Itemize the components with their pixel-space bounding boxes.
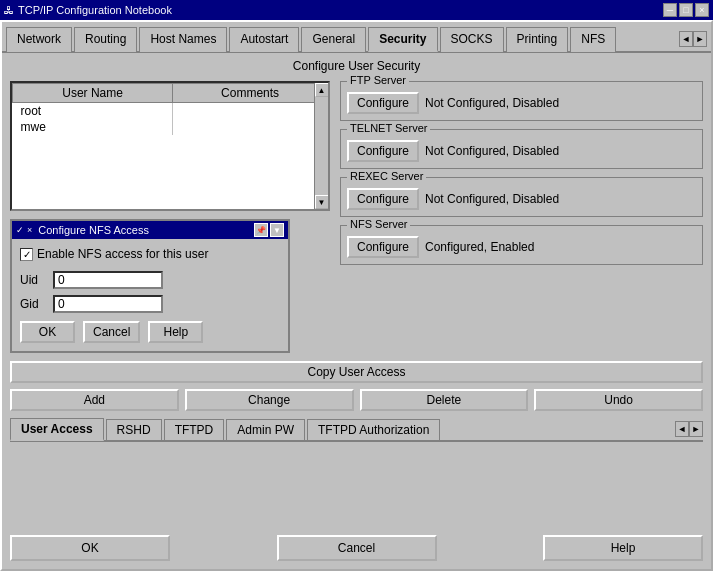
tab-tftpdauth[interactable]: TFTPD Authorization (307, 419, 440, 440)
tab-useraccess[interactable]: User Access (10, 418, 104, 441)
rexec-server-group: REXEC Server Configure Not Configured, D… (340, 177, 703, 217)
table-row[interactable]: root (13, 103, 328, 120)
uid-input[interactable] (53, 271, 163, 289)
tab-bar: Network Routing Host Names Autostart Gen… (2, 22, 711, 53)
nfs-ok-button[interactable]: OK (20, 321, 75, 343)
main-window: Network Routing Host Names Autostart Gen… (0, 20, 713, 571)
left-panel: User Name Comments root mwe (10, 81, 330, 353)
telnet-server-content: Configure Not Configured, Disabled (347, 140, 696, 162)
tab-scroll-left[interactable]: ◄ (679, 31, 693, 47)
enable-nfs-row: ✓ Enable NFS access for this user (20, 247, 280, 261)
nfs-dialog-icon: ✓ (16, 225, 24, 235)
telnet-server-title: TELNET Server (347, 122, 430, 134)
tab-socks[interactable]: SOCKS (440, 27, 504, 52)
tab-rshd[interactable]: RSHD (106, 419, 162, 440)
scroll-down-btn[interactable]: ▼ (315, 195, 329, 209)
section-title: Configure User Security (10, 59, 703, 73)
bottom-scroll-right[interactable]: ► (689, 421, 703, 437)
user-table: User Name Comments root mwe (12, 83, 328, 135)
tab-adminpw[interactable]: Admin PW (226, 419, 305, 440)
enable-nfs-checkbox[interactable]: ✓ (20, 248, 33, 261)
col-comments: Comments (173, 84, 328, 103)
rexec-configure-button[interactable]: Configure (347, 188, 419, 210)
ftp-server-content: Configure Not Configured, Disabled (347, 92, 696, 114)
nfs-dialog-title-text: Configure NFS Access (38, 224, 254, 236)
right-panel: FTP Server Configure Not Configured, Dis… (340, 81, 703, 353)
tab-hostnames[interactable]: Host Names (139, 27, 227, 52)
footer-buttons: OK Cancel Help (2, 527, 711, 569)
tab-autostart[interactable]: Autostart (229, 27, 299, 52)
title-bar-buttons: ─ □ × (663, 3, 709, 17)
bottom-tab-scroll: ◄ ► (675, 421, 703, 437)
nfs-server-group: NFS Server Configure Configured, Enabled (340, 225, 703, 265)
nfs-server-content: Configure Configured, Enabled (347, 236, 696, 258)
user-comments-cell (173, 103, 328, 120)
scroll-up-btn[interactable]: ▲ (315, 83, 329, 97)
bottom-scroll-left[interactable]: ◄ (675, 421, 689, 437)
nfs-dialog-controls: 📌 ▼ (254, 223, 284, 237)
help-button[interactable]: Help (543, 535, 703, 561)
bottom-tab-bar: User Access RSHD TFTPD Admin PW TFTPD Au… (10, 417, 703, 442)
nfs-dialog-body: ✓ Enable NFS access for this user Uid Gi… (12, 239, 288, 351)
tab-tftpd[interactable]: TFTPD (164, 419, 225, 440)
nfs-dialog-arrow-btn[interactable]: ▼ (270, 223, 284, 237)
add-button[interactable]: Add (10, 389, 179, 411)
delete-button[interactable]: Delete (360, 389, 529, 411)
uid-label: Uid (20, 273, 45, 287)
telnet-server-group: TELNET Server Configure Not Configured, … (340, 129, 703, 169)
action-buttons-row: Add Change Delete Undo (10, 389, 703, 411)
tab-printing[interactable]: Printing (506, 27, 569, 52)
nfs-dialog-pin-btn[interactable]: 📌 (254, 223, 268, 237)
two-column-layout: User Name Comments root mwe (10, 81, 703, 353)
rexec-server-title: REXEC Server (347, 170, 426, 182)
nfs-cancel-button[interactable]: Cancel (83, 321, 140, 343)
table-row[interactable]: mwe (13, 119, 328, 135)
ftp-configure-button[interactable]: Configure (347, 92, 419, 114)
tab-routing[interactable]: Routing (74, 27, 137, 52)
user-name-cell: root (13, 103, 173, 120)
gid-label: Gid (20, 297, 45, 311)
undo-button[interactable]: Undo (534, 389, 703, 411)
maximize-button[interactable]: □ (679, 3, 693, 17)
tab-nfs[interactable]: NFS (570, 27, 616, 52)
nfs-server-status: Configured, Enabled (425, 240, 534, 254)
user-name-cell: mwe (13, 119, 173, 135)
title-icon: 🖧 (4, 5, 14, 16)
tab-scroll-arrows: ◄ ► (679, 26, 711, 51)
nfs-help-button[interactable]: Help (148, 321, 203, 343)
nfs-dialog-close-small: × (27, 225, 32, 235)
gid-input[interactable] (53, 295, 163, 313)
change-button[interactable]: Change (185, 389, 354, 411)
tab-network[interactable]: Network (6, 27, 72, 52)
title-bar-text: TCP/IP Configuration Notebook (18, 4, 663, 16)
nfs-dialog-titlebar: ✓ × Configure NFS Access 📌 ▼ (12, 221, 288, 239)
user-table-container: User Name Comments root mwe (10, 81, 330, 211)
cancel-button[interactable]: Cancel (277, 535, 437, 561)
scrollbar-thumb (315, 97, 328, 195)
tab-scroll-right[interactable]: ► (693, 31, 707, 47)
user-comments-cell (173, 119, 328, 135)
ftp-status: Not Configured, Disabled (425, 96, 559, 110)
nfs-dialog: ✓ × Configure NFS Access 📌 ▼ ✓ Enable NF… (10, 219, 290, 353)
telnet-configure-button[interactable]: Configure (347, 140, 419, 162)
minimize-button[interactable]: ─ (663, 3, 677, 17)
close-button[interactable]: × (695, 3, 709, 17)
tab-general[interactable]: General (301, 27, 366, 52)
rexec-status: Not Configured, Disabled (425, 192, 559, 206)
vertical-scrollbar[interactable]: ▲ ▼ (314, 83, 328, 209)
telnet-status: Not Configured, Disabled (425, 144, 559, 158)
bottom-section: Copy User Access Add Change Delete Undo … (10, 361, 703, 448)
col-username: User Name (13, 84, 173, 103)
gid-field-row: Gid (20, 295, 280, 313)
uid-field-row: Uid (20, 271, 280, 289)
ok-button[interactable]: OK (10, 535, 170, 561)
copy-user-access-button[interactable]: Copy User Access (10, 361, 703, 383)
rexec-server-content: Configure Not Configured, Disabled (347, 188, 696, 210)
title-bar: 🖧 TCP/IP Configuration Notebook ─ □ × (0, 0, 713, 20)
nfs-server-title: NFS Server (347, 218, 410, 230)
ftp-server-title: FTP Server (347, 74, 409, 86)
enable-nfs-label: Enable NFS access for this user (37, 247, 208, 261)
ftp-server-group: FTP Server Configure Not Configured, Dis… (340, 81, 703, 121)
nfs-server-configure-button[interactable]: Configure (347, 236, 419, 258)
tab-security[interactable]: Security (368, 27, 437, 52)
